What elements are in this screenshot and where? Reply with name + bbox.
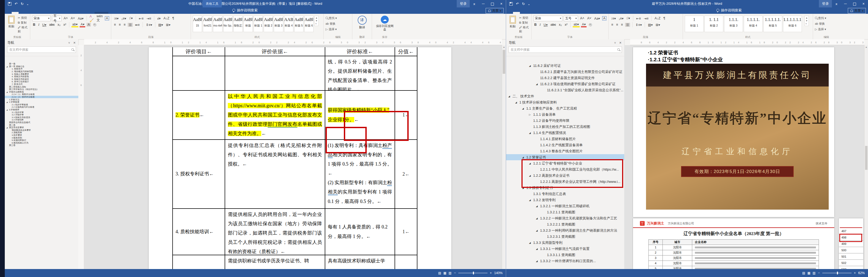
ribbon-tab[interactable] <box>88 12 95 14</box>
nav-outline-item[interactable]: 1.3.2.2.1 查询截图 <box>506 221 624 228</box>
multilevel-list-icon[interactable]: ⁝⫶▾ <box>626 16 631 21</box>
cut-button[interactable]: ✂ 剪切 <box>519 16 529 20</box>
underline-button[interactable]: U▾ <box>543 23 548 27</box>
nav-outline-item[interactable]: ◢ 1.1 主要生产设备、生产工艺流程 <box>506 105 624 111</box>
decrease-indent-icon[interactable]: ⇤≡ <box>138 16 145 21</box>
style-gallery-arrows[interactable]: ▲▼≡ <box>805 16 809 26</box>
align-right-icon[interactable]: ≡ <box>123 23 126 27</box>
nav-outline-item[interactable]: 2.2 分值构成与评分标准 <box>5 106 78 108</box>
nav-outline-item[interactable]: ◢ 1.3.3.2 一种方便调节出料口宽度的... <box>506 258 624 264</box>
style-item[interactable]: 1. 1.1 标题 2 <box>705 16 723 32</box>
borders-icon[interactable]: ⊞▾ <box>165 23 171 27</box>
strikethrough-button[interactable]: abc <box>49 23 56 27</box>
expander-icon[interactable]: ◢ <box>529 199 533 201</box>
nav-outline-item[interactable]: 1.3.3.1.1 查询截图 <box>506 252 624 258</box>
tell-me-search[interactable]: 操作说明搜索 <box>232 8 257 13</box>
minimize-button[interactable]: ─ <box>479 0 488 7</box>
line-spacing-icon[interactable]: ⇕≡▾ <box>145 23 153 27</box>
nav-outline-item[interactable]: ◢ 1.3.3 实用新型专利 <box>506 240 624 246</box>
style-item[interactable]: AaBbC 15 <box>193 16 202 32</box>
qat-customize-icon[interactable]: ᎔ <box>27 2 29 6</box>
vertical-ruler[interactable]: 246 <box>78 45 84 269</box>
nav-outline-item[interactable]: 3.2 详细评审 <box>5 113 78 116</box>
style-item[interactable]: 1.1.1.1. 标题 4 <box>744 16 763 32</box>
nav-outline-item[interactable]: 1.3.2.3.1 查询截图 <box>506 234 624 240</box>
ribbon-tab[interactable] <box>81 12 88 14</box>
align-left-icon[interactable]: ≡ <box>113 23 117 27</box>
ribbon-tab[interactable] <box>520 12 527 14</box>
nav-outline-item[interactable]: 4.检验原则 <box>5 136 78 139</box>
enclose-characters-button[interactable]: ㊥ <box>588 23 593 27</box>
document-canvas-right[interactable]: ·1.2 荣誉证书 ·1.2.1 辽宁省“专精特新”中小企业 建平县万兴膨润土有… <box>624 45 864 269</box>
expander-icon[interactable]: ◢ <box>515 101 519 104</box>
nav-outline-item[interactable]: 1. 招标条件 <box>5 68 78 70</box>
underline-button[interactable]: U▾ <box>41 23 47 27</box>
shading-icon[interactable]: ▨▾ <box>157 23 164 27</box>
nav-outline-item[interactable]: 2.质检指标 <box>5 131 78 134</box>
nav-outline-item[interactable]: 2. 项目概况与招标范围 <box>5 70 78 73</box>
nav-outline-item[interactable]: 6.规范投标人行为 <box>5 141 78 144</box>
bold-button[interactable]: B <box>32 23 36 27</box>
expander-icon[interactable]: ◢ <box>6 101 9 103</box>
zoom-level[interactable]: 62% <box>858 271 865 275</box>
nav-outline-item[interactable]: ◢ 评标办法前附表 <box>5 91 78 93</box>
shrink-font-icon[interactable]: A˅ <box>586 16 592 20</box>
ribbon-tab[interactable] <box>39 12 46 14</box>
ribbon-tab[interactable] <box>12 12 19 14</box>
expander-icon[interactable]: ◢ <box>536 229 540 232</box>
zoom-out-icon[interactable]: − <box>818 271 820 275</box>
signin-button[interactable]: 登录 <box>457 0 470 7</box>
align-right-icon[interactable]: ≡ <box>620 23 624 27</box>
text-highlight-button[interactable]: ab▾ <box>71 22 78 27</box>
nav-outline-item[interactable]: 第三卷 <box>5 144 78 147</box>
change-case-icon[interactable]: Aa▾ <box>593 16 601 21</box>
table-row[interactable]: 需提供职称证书或学历及学位证书、聘具有高级技术职称或硕士学 <box>173 255 417 269</box>
ribbon-tab[interactable] <box>67 12 74 14</box>
nav-outline-item[interactable]: 1.评标方法 <box>5 98 78 101</box>
zoom-in-icon[interactable]: + <box>490 271 492 275</box>
restore-button[interactable] <box>850 0 859 7</box>
expander-icon[interactable]: ◢ <box>529 241 533 244</box>
find-button[interactable]: 查找 ▾ <box>326 16 350 20</box>
borders-icon[interactable]: ⊞▾ <box>655 23 661 27</box>
nav-outline-item[interactable]: 11.6.2.3.1 “全国矿业权人勘查开采信息公示系统”... <box>506 87 624 93</box>
grow-font-icon[interactable]: A˄ <box>579 16 585 20</box>
style-item[interactable]: AaBb 标题 1 <box>254 16 263 32</box>
print-layout-icon[interactable]: ▦ <box>443 271 446 275</box>
nav-outline-item[interactable]: 1.2.1.1 中华人民共和国工业与信息化部（https://w... <box>506 166 624 172</box>
style-item[interactable]: 1.1.1.1.1. 标题 5 <box>764 16 782 32</box>
align-center-icon[interactable]: ≡ <box>118 23 121 27</box>
read-mode-icon[interactable]: ▤ <box>802 271 805 275</box>
italic-button[interactable]: I <box>539 23 541 27</box>
nav-outline-item[interactable]: 1.1.4.1 原材料储备照片 <box>506 136 624 142</box>
nav-outline-item[interactable]: ◢ 1.3.2.2 一种膨润土无机凝胶其制备方法和生产工艺 <box>506 215 624 221</box>
paste-button[interactable]: 粘贴 <box>7 15 16 33</box>
restore-button[interactable] <box>488 0 497 7</box>
undo-icon[interactable]: ↶ <box>516 2 519 6</box>
nav-outline-item[interactable]: 1.2.2.1 高新技术企业认定管理工作网（http://www.i... <box>506 179 624 185</box>
style-item[interactable]: 1.1.1. 标题 3 <box>724 16 743 32</box>
ribbon-tab[interactable] <box>561 12 568 14</box>
nav-outline-item[interactable]: 5.采购结果执行 <box>5 139 78 142</box>
shading-icon[interactable]: ▨▾ <box>647 23 653 27</box>
justify-icon[interactable]: ☰ <box>128 23 133 27</box>
expander-icon[interactable]: ◢ <box>536 260 540 263</box>
nav-search-input[interactable]: 在文档中搜索 <box>7 46 76 53</box>
font-size-combo[interactable]: 五号▾ <box>52 16 62 21</box>
nav-outline-item[interactable]: 6. 发布公告的媒介 <box>5 80 78 83</box>
qat-customize-icon[interactable]: ᎔ <box>528 2 530 6</box>
document-page[interactable]: 评价项目← 评价依据← 评价标准← 分值← 线，得 0.5 分，该项最高得 2 … <box>149 47 452 269</box>
web-layout-icon[interactable]: ▥ <box>448 271 452 275</box>
nav-outline-item[interactable]: ◢ 1.3 授权专利证书 <box>506 185 624 191</box>
line-spacing-icon[interactable]: ⇕≡▾ <box>634 23 643 27</box>
nav-outline-item[interactable]: ◢ 1.2.2 高新技术企业证书 <box>506 172 624 179</box>
ribbon-tab[interactable] <box>589 12 596 14</box>
multilevel-list-icon[interactable]: ⁝⫶▾ <box>128 16 133 21</box>
nav-outline-item[interactable]: 3.技术要求 <box>5 134 78 137</box>
style-item[interactable]: 1.1.1.1.1.1. 标题 6 <box>783 16 802 32</box>
style-item[interactable]: AaBbCcI 标题 5 <box>294 16 304 32</box>
document-page-2[interactable]: 丫 万兴膨润土 万兴膨润土有限公司 技术文件 辽宁省专精特新中小企业名单（202… <box>633 218 834 269</box>
table-row[interactable]: 2. 荣誉证书←以中华人民共和国工业与信息化部（https://www.miit… <box>173 91 417 140</box>
nav-outline-item[interactable]: 2.2.4（2）技术评分标准 <box>5 96 78 98</box>
superscript-button[interactable]: x² <box>63 23 67 27</box>
